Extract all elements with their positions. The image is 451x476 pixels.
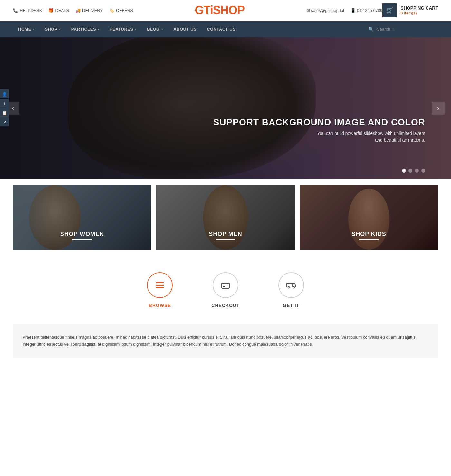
site-logo[interactable]: GTiSHOP xyxy=(133,4,306,17)
chevron-down-icon: ▾ xyxy=(161,28,163,31)
phone-icon: 📞 xyxy=(13,8,18,13)
helpdesk-link[interactable]: 📞 HELPDESK xyxy=(13,8,42,13)
category-men[interactable]: SHOP MEN xyxy=(156,185,295,250)
checkout-icon xyxy=(220,280,231,290)
phone-contact: 📱 012 345 6789 xyxy=(350,8,382,13)
chevron-down-icon: ▾ xyxy=(98,28,100,31)
slider-dot-4[interactable] xyxy=(421,169,425,173)
cart-area[interactable]: 🛒 SHOPPING CART 0 item(s) xyxy=(382,3,438,17)
browse-icon-circle xyxy=(147,272,173,298)
content-text: Praesent pellentesque finibus magna ac p… xyxy=(23,334,428,348)
side-icons: 👤 ℹ 📋 ↗ xyxy=(0,89,9,127)
top-bar-contacts: ✉ sales@gtishop.tpl 📱 012 345 6789 xyxy=(306,8,383,13)
hero-text-block: SUPPORT BACKGROUND IMAGE AND COLOR You c… xyxy=(213,117,425,144)
kids-label: SHOP KIDS xyxy=(300,231,438,240)
women-label: SHOP WOMEN xyxy=(13,231,151,240)
slider-dots xyxy=(402,169,425,173)
getit-icon-circle xyxy=(278,272,304,298)
email-contact: ✉ sales@gtishop.tpl xyxy=(306,8,344,13)
offers-icon: 🏷️ xyxy=(109,8,114,13)
getit-label: GET IT xyxy=(283,303,299,308)
category-banners: SHOP WOMEN SHOP MEN SHOP KIDS xyxy=(13,185,438,250)
search-area[interactable]: 🔍 xyxy=(368,25,438,33)
hero-subtitle: You can build powerful slideshow with un… xyxy=(213,130,425,144)
slider-next-button[interactable]: › xyxy=(432,102,445,115)
deals-link[interactable]: 🎁 DEALS xyxy=(48,8,69,13)
feature-getit[interactable]: GET IT xyxy=(278,272,304,308)
delivery-icon: 🚚 xyxy=(75,8,81,13)
hero-slider: 👤 ℹ 📋 ↗ SUPPORT BACKGROUND IMAGE AND COL… xyxy=(0,37,451,179)
nav-features[interactable]: FEATURES ▾ xyxy=(105,21,142,37)
checkout-label: CHECKOUT xyxy=(211,303,239,308)
feature-checkout[interactable]: CHECKOUT xyxy=(211,272,239,308)
logo-part1: GT xyxy=(195,4,210,17)
men-label: SHOP MEN xyxy=(156,231,295,240)
logo-part2: SHOP xyxy=(213,4,245,17)
nav-about[interactable]: ABOUT US xyxy=(168,21,202,37)
hero-title: SUPPORT BACKGROUND IMAGE AND COLOR xyxy=(213,117,425,127)
category-kids[interactable]: SHOP KIDS xyxy=(300,185,438,250)
chevron-down-icon: ▾ xyxy=(59,28,61,31)
top-bar-links: 📞 HELPDESK 🎁 DEALS 🚚 DELIVERY 🏷️ OFFERS xyxy=(13,8,133,13)
offers-link[interactable]: 🏷️ OFFERS xyxy=(109,8,133,13)
delivery-link[interactable]: 🚚 DELIVERY xyxy=(75,8,103,13)
svg-rect-1 xyxy=(156,285,164,286)
cart-count: 0 item(s) xyxy=(400,11,438,15)
hero-overlay xyxy=(0,37,451,179)
slider-dot-2[interactable] xyxy=(408,169,412,173)
logo-accent: i xyxy=(210,4,213,17)
logo-area: GTiSHOP xyxy=(133,4,306,17)
cart-info: SHOPPING CART 0 item(s) xyxy=(400,5,438,15)
nav-blog[interactable]: BLOG ▾ xyxy=(142,21,168,37)
truck-icon xyxy=(286,280,296,290)
slider-dot-1[interactable] xyxy=(402,169,406,173)
deals-icon: 🎁 xyxy=(48,8,53,13)
top-bar: 📞 HELPDESK 🎁 DEALS 🚚 DELIVERY 🏷️ OFFERS … xyxy=(0,0,451,21)
browse-icon xyxy=(155,280,165,290)
slider-dot-3[interactable] xyxy=(415,169,419,173)
share-icon[interactable]: ↗ xyxy=(0,117,9,126)
nav-items: HOME ▾ SHOP ▾ PARTICLES ▾ FEATURES ▾ BLO… xyxy=(13,21,368,37)
category-women[interactable]: SHOP WOMEN xyxy=(13,185,151,250)
women-overlay xyxy=(13,185,151,250)
cart-title: SHOPPING CART xyxy=(400,5,438,11)
feature-browse[interactable]: BROWSE xyxy=(147,272,173,308)
men-overlay xyxy=(156,185,295,250)
info-icon[interactable]: ℹ xyxy=(0,99,9,108)
cart-icon[interactable]: 🛒 xyxy=(382,3,397,17)
browse-label: BROWSE xyxy=(149,303,171,308)
svg-rect-3 xyxy=(222,283,229,288)
svg-rect-0 xyxy=(156,282,164,283)
features-section: BROWSE CHECKOUT GET IT xyxy=(0,256,451,324)
kids-overlay xyxy=(300,185,438,250)
chevron-down-icon: ▾ xyxy=(33,28,35,31)
content-section: Praesent pellentesque finibus magna ac p… xyxy=(13,324,438,358)
svg-rect-5 xyxy=(287,283,293,287)
nav-particles[interactable]: PARTICLES ▾ xyxy=(66,21,105,37)
user-icon[interactable]: 👤 xyxy=(0,89,9,98)
chevron-down-icon: ▾ xyxy=(135,28,137,31)
clipboard-icon[interactable]: 📋 xyxy=(0,108,9,117)
search-icon: 🔍 xyxy=(368,27,374,32)
search-input[interactable] xyxy=(374,25,438,33)
nav-contact[interactable]: CONTACT US xyxy=(202,21,241,37)
nav-shop[interactable]: SHOP ▾ xyxy=(40,21,66,37)
nav-home[interactable]: HOME ▾ xyxy=(13,21,40,37)
main-nav: HOME ▾ SHOP ▾ PARTICLES ▾ FEATURES ▾ BLO… xyxy=(0,21,451,37)
svg-rect-2 xyxy=(156,287,164,288)
svg-rect-4 xyxy=(223,286,225,287)
checkout-icon-circle xyxy=(213,272,238,298)
